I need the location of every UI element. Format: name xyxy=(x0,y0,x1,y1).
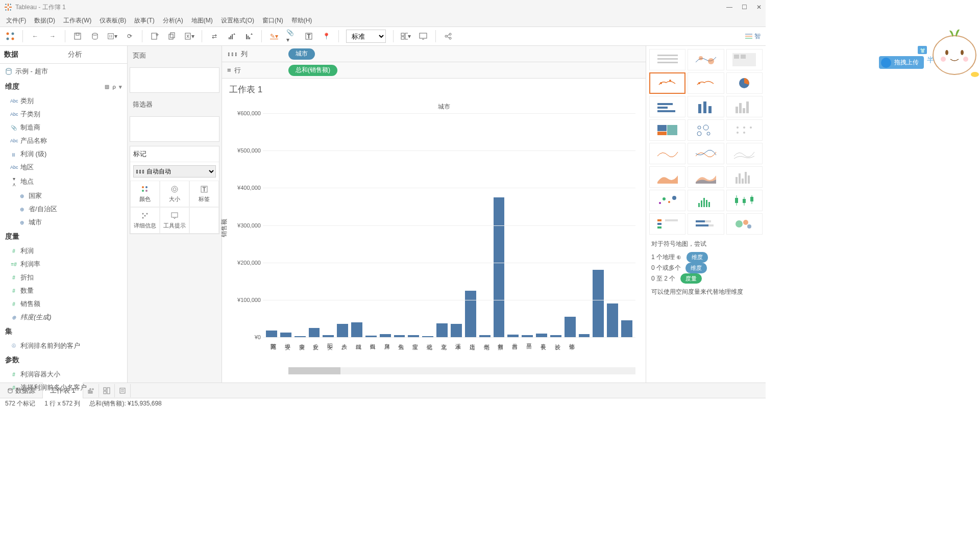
chart-area[interactable]: ¥0¥100,000¥200,000¥300,000¥400,000¥500,0… xyxy=(263,113,635,338)
highlight-button[interactable]: ✎▾ xyxy=(269,31,279,41)
mark-button-标签[interactable]: T标签 xyxy=(189,181,219,207)
close-button[interactable]: ✕ xyxy=(756,4,762,11)
fit-select[interactable]: 标准 xyxy=(346,30,386,43)
mark-button-详细信息[interactable]: 详细信息 xyxy=(130,207,160,234)
menu-item[interactable]: 分析(A) xyxy=(160,15,186,26)
showme-thumb[interactable] xyxy=(688,49,724,70)
field-item[interactable]: Abc类别 xyxy=(0,94,127,108)
field-item[interactable]: ⦾利润排名前列的客户 xyxy=(0,339,127,352)
bar[interactable] xyxy=(465,291,476,337)
menu-item[interactable]: 设置格式(O) xyxy=(218,15,257,26)
maximize-button[interactable]: ☐ xyxy=(742,4,747,11)
filters-shelf[interactable] xyxy=(130,116,219,142)
menu-item[interactable]: 帮助(H) xyxy=(288,15,315,26)
sort-desc-button[interactable] xyxy=(244,31,254,41)
showme-thumb[interactable] xyxy=(688,190,724,211)
rows-shelf[interactable]: ≡行 总和(销售额) xyxy=(222,62,646,79)
save-button[interactable] xyxy=(72,31,83,41)
tableau-icon[interactable] xyxy=(5,31,15,41)
bar[interactable] xyxy=(436,323,448,337)
cards-button[interactable]: ▾ xyxy=(401,31,411,41)
showme-thumb[interactable] xyxy=(726,166,763,188)
menu-item[interactable]: 文件(F) xyxy=(3,15,29,26)
field-item[interactable]: #销售额 xyxy=(0,297,127,311)
field-item[interactable]: Abc地区 xyxy=(0,161,127,174)
field-item[interactable]: ▾ ⋏地点 xyxy=(0,174,127,189)
showme-thumb[interactable] xyxy=(726,213,763,235)
mark-button-大小[interactable]: 大小 xyxy=(160,181,189,207)
bar[interactable] xyxy=(280,333,291,337)
bar[interactable] xyxy=(337,324,348,337)
field-item[interactable]: ⊕国家 xyxy=(0,189,127,202)
pin-button[interactable]: 📍 xyxy=(321,31,331,41)
menu-item[interactable]: 故事(T) xyxy=(131,15,157,26)
showme-thumb[interactable] xyxy=(688,166,724,188)
showme-thumb[interactable] xyxy=(688,72,724,94)
showme-thumb[interactable] xyxy=(688,213,724,235)
columns-shelf[interactable]: ⫾⫾⫾列 城市 xyxy=(222,46,646,62)
field-item[interactable]: #数量 xyxy=(0,284,127,297)
field-item[interactable]: ⫼利润 (级) xyxy=(0,147,127,161)
field-item[interactable]: =#利润率 xyxy=(0,258,127,271)
horizontal-scrollbar[interactable] xyxy=(288,367,635,374)
showme-thumb[interactable] xyxy=(726,49,763,70)
sheet-title[interactable]: 工作表 1 xyxy=(222,79,646,100)
showme-thumb[interactable] xyxy=(649,72,685,94)
sort-asc-button[interactable] xyxy=(227,31,237,41)
field-item[interactable]: 📎制造商 xyxy=(0,121,127,134)
showme-thumb[interactable] xyxy=(649,49,685,70)
showme-thumb[interactable] xyxy=(726,96,763,117)
menu-item[interactable]: 仪表板(B) xyxy=(96,15,129,26)
presentation-button[interactable] xyxy=(418,31,428,41)
new-datasource-button[interactable] xyxy=(90,31,100,41)
menu-icon[interactable]: ▾ xyxy=(119,84,122,90)
menu-item[interactable]: 工作表(W) xyxy=(60,15,94,26)
field-item[interactable]: #利润容器大小 xyxy=(0,368,127,381)
showme-thumb[interactable] xyxy=(649,119,685,141)
tab-data[interactable]: 数据 xyxy=(0,46,64,63)
show-me-button[interactable]: 智 xyxy=(745,32,761,41)
showme-thumb[interactable] xyxy=(649,190,685,211)
showme-thumb[interactable] xyxy=(649,213,685,235)
labels-button[interactable]: T xyxy=(304,31,314,41)
bar[interactable] xyxy=(565,317,576,337)
group-button[interactable]: 📎▾ xyxy=(286,31,297,41)
bar[interactable] xyxy=(266,331,277,337)
bar[interactable] xyxy=(494,197,505,337)
field-item[interactable]: ⊕城市 xyxy=(0,216,127,229)
undo-button[interactable]: ← xyxy=(30,31,40,41)
view-icon[interactable]: ⊞ xyxy=(105,84,109,90)
showme-thumb[interactable] xyxy=(726,143,763,164)
marks-type-select[interactable]: ⫾⫾⫾ 自动自动 xyxy=(133,165,216,177)
clear-button[interactable]: ▾ xyxy=(184,31,194,41)
search-icon[interactable]: ρ xyxy=(112,84,116,90)
refresh-button[interactable]: ⟳ xyxy=(125,31,135,41)
showme-thumb[interactable] xyxy=(649,166,685,188)
tab-analysis[interactable]: 分析 xyxy=(64,46,128,63)
field-item[interactable]: ⊕纬度(生成) xyxy=(0,311,127,324)
pause-button[interactable]: ▾ xyxy=(107,31,117,41)
duplicate-button[interactable] xyxy=(167,31,177,41)
rows-pill[interactable]: 总和(销售额) xyxy=(288,65,337,76)
share-button[interactable] xyxy=(443,31,453,41)
showme-thumb[interactable] xyxy=(726,72,763,94)
field-item[interactable]: #选择利润前多少名客户 xyxy=(0,381,127,394)
mark-button-工具提示[interactable]: 工具提示 xyxy=(160,207,189,234)
bar[interactable] xyxy=(621,320,632,337)
field-item[interactable]: Abc产品名称 xyxy=(0,134,127,147)
pages-shelf[interactable] xyxy=(130,67,219,93)
columns-pill[interactable]: 城市 xyxy=(288,48,315,60)
bar[interactable] xyxy=(309,328,320,337)
showme-thumb[interactable] xyxy=(726,190,763,211)
showme-thumb[interactable] xyxy=(649,143,685,164)
new-worksheet-button[interactable] xyxy=(150,31,160,41)
field-item[interactable]: Abc子类别 xyxy=(0,108,127,121)
redo-button[interactable]: → xyxy=(47,31,58,41)
swap-button[interactable]: ⇄ xyxy=(209,31,219,41)
showme-thumb[interactable] xyxy=(688,119,724,141)
field-item[interactable]: ⊕省/自治区 xyxy=(0,202,127,216)
showme-thumb[interactable] xyxy=(726,119,763,141)
minimize-button[interactable]: — xyxy=(726,4,732,11)
field-item[interactable]: #折扣 xyxy=(0,271,127,284)
field-item[interactable]: #利润 xyxy=(0,244,127,258)
